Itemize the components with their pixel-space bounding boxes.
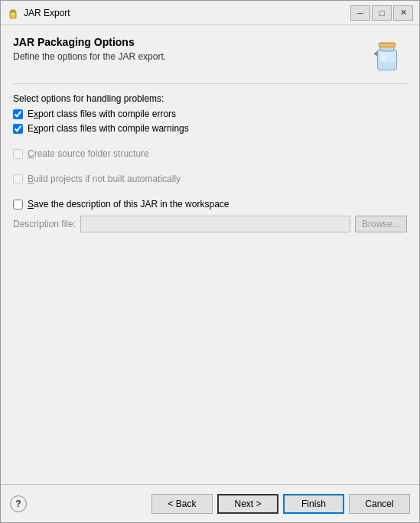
header-text: JAR Packaging Options Define the options… xyxy=(13,36,360,62)
window-title: JAR Export xyxy=(24,8,350,18)
close-button[interactable]: ✕ xyxy=(393,5,413,21)
problems-section: Select options for handling problems: Ex… xyxy=(13,93,407,138)
svg-rect-1 xyxy=(11,10,15,12)
source-folder-label: Create source folder structure xyxy=(28,148,149,159)
source-folder-checkbox[interactable] xyxy=(13,149,23,159)
browse-button[interactable]: Browse... xyxy=(355,216,407,232)
compile-warnings-row: Export class files with compile warnings xyxy=(13,123,407,134)
description-file-label: Description file: xyxy=(13,219,76,229)
save-description-checkbox[interactable] xyxy=(13,200,23,210)
compile-warnings-label[interactable]: Export class files with compile warnings xyxy=(28,123,189,134)
build-projects-checkbox[interactable] xyxy=(13,174,23,184)
svg-rect-7 xyxy=(378,62,396,70)
svg-point-2 xyxy=(11,12,15,15)
compile-warnings-checkbox[interactable] xyxy=(13,124,23,134)
back-button[interactable]: < Back xyxy=(151,494,213,514)
description-file-row: Description file: Browse... xyxy=(13,216,407,232)
source-section: Create source folder structure xyxy=(13,148,407,163)
next-button[interactable]: Next > xyxy=(217,494,278,514)
svg-rect-5 xyxy=(379,43,395,47)
spacer xyxy=(13,243,407,476)
page-header: JAR Packaging Options Define the options… xyxy=(13,36,407,84)
svg-marker-8 xyxy=(373,51,377,57)
compile-errors-row: Export class files with compile errors xyxy=(13,109,407,119)
save-description-row: Save the description of this JAR in the … xyxy=(13,199,407,210)
jar-icon-container xyxy=(367,36,407,76)
main-window: JAR Export ─ □ ✕ JAR Packaging Options D… xyxy=(0,0,420,523)
navigation-buttons: < Back Next > Finish Cancel xyxy=(151,494,410,514)
bottom-bar: ? < Back Next > Finish Cancel xyxy=(1,484,419,522)
maximize-button[interactable]: □ xyxy=(372,5,392,21)
page-title: JAR Packaging Options xyxy=(13,36,360,48)
description-file-input[interactable] xyxy=(80,216,350,232)
jar-image xyxy=(369,37,405,74)
help-button[interactable]: ? xyxy=(10,495,27,512)
window-controls: ─ □ ✕ xyxy=(350,5,413,21)
build-section: Build projects if not built automaticall… xyxy=(13,174,407,188)
title-bar: JAR Export ─ □ ✕ xyxy=(1,1,419,25)
problems-label: Select options for handling problems: xyxy=(13,93,407,104)
compile-errors-checkbox[interactable] xyxy=(13,109,23,119)
compile-errors-label[interactable]: Export class files with compile errors xyxy=(28,109,176,119)
build-projects-label: Build projects if not built automaticall… xyxy=(28,174,181,184)
source-folder-row: Create source folder structure xyxy=(13,148,407,159)
content-area: JAR Packaging Options Define the options… xyxy=(1,25,419,484)
build-projects-row: Build projects if not built automaticall… xyxy=(13,174,407,184)
save-section: Save the description of this JAR in the … xyxy=(13,199,407,232)
minimize-button[interactable]: ─ xyxy=(350,5,370,21)
page-subtitle: Define the options for the JAR export. xyxy=(13,51,360,62)
window-icon xyxy=(7,7,19,19)
finish-button[interactable]: Finish xyxy=(283,494,344,514)
save-description-label[interactable]: Save the description of this JAR in the … xyxy=(28,199,229,210)
cancel-button[interactable]: Cancel xyxy=(349,494,410,514)
